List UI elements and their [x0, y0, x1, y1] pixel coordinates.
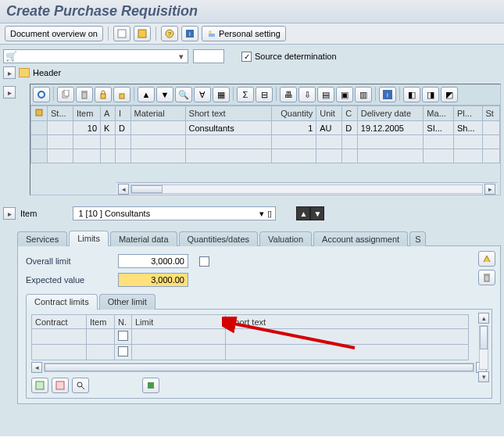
inner-grid-vscrollbar[interactable]: ▴ ▾ — [477, 313, 490, 382]
export-icon[interactable]: ⇩ — [298, 87, 316, 102]
more-2-icon[interactable]: ◨ — [422, 87, 439, 102]
filter-icon[interactable]: ∀ — [194, 87, 211, 102]
doc-number-input[interactable] — [193, 49, 224, 63]
header-expand-button[interactable]: ▸ — [3, 66, 16, 79]
item-selector-input[interactable] — [77, 208, 259, 219]
doc-overview-on-button[interactable]: Document overview on — [5, 26, 103, 41]
details-icon[interactable] — [33, 87, 50, 102]
cell-pl[interactable]: Sh... — [453, 121, 482, 135]
source-determination-checkbox[interactable]: ✓ — [241, 52, 252, 62]
scroll-up-icon[interactable]: ▴ — [478, 313, 489, 324]
services-catalog-button[interactable] — [142, 378, 159, 393]
tab-contract-limits[interactable]: Contract limits — [26, 294, 98, 310]
display-change-button[interactable] — [478, 251, 495, 267]
copy-icon[interactable] — [57, 87, 74, 102]
item-detail-expand-button[interactable]: ▸ — [3, 207, 16, 220]
cell-a[interactable]: K — [101, 121, 116, 135]
col-unit[interactable]: Unit — [316, 106, 342, 121]
expected-value-input[interactable] — [118, 273, 188, 287]
layout-icon[interactable]: ▦ — [213, 87, 230, 102]
lock-icon[interactable] — [95, 87, 112, 102]
table-row[interactable] — [31, 135, 500, 149]
overall-limit-input[interactable] — [118, 254, 188, 268]
table-settings-icon[interactable]: ▥ — [355, 87, 372, 102]
col-short-text[interactable]: Short text — [226, 315, 469, 329]
combo-dropdown-icon[interactable]: ▾ — [259, 209, 264, 219]
col-material[interactable]: Material — [130, 106, 185, 121]
row-selector[interactable] — [31, 149, 48, 163]
cell-item[interactable]: 10 — [73, 121, 100, 135]
cell-status[interactable] — [48, 121, 73, 135]
cell-material[interactable] — [130, 121, 185, 135]
personal-setting-button[interactable]: Personal setting — [202, 26, 286, 41]
combo-dropdown-icon[interactable]: ▾ — [177, 52, 186, 62]
row-selector-header[interactable] — [31, 106, 48, 121]
item-selector-combo[interactable]: ▾ ▯ — [73, 206, 276, 220]
col-a[interactable]: A — [101, 106, 116, 121]
col-pl[interactable]: Pl... — [453, 106, 482, 121]
col-status[interactable]: St... — [48, 106, 73, 121]
col-short-text[interactable]: Short text — [185, 106, 271, 121]
table-row[interactable] — [32, 345, 469, 360]
scroll-left-icon[interactable]: ◂ — [31, 362, 42, 373]
more-1-icon[interactable]: ◧ — [403, 87, 420, 102]
cell-st[interactable] — [482, 121, 500, 135]
find-icon[interactable]: 🔍 — [175, 87, 192, 102]
row-selector[interactable] — [31, 135, 48, 149]
tab-limits[interactable]: Limits — [69, 231, 109, 246]
n-checkbox[interactable] — [118, 346, 128, 356]
sort-desc-icon[interactable]: ▼ — [156, 87, 173, 102]
scroll-left-icon[interactable]: ◂ — [118, 184, 129, 195]
scroll-track[interactable] — [130, 184, 483, 194]
tab-services[interactable]: Services — [17, 231, 67, 246]
scroll-right-icon[interactable]: ▸ — [484, 184, 495, 195]
delete-limit-button[interactable] — [478, 270, 495, 285]
expand-icon[interactable]: ▣ — [336, 87, 353, 102]
scroll-thumb[interactable] — [131, 185, 163, 193]
subtotal-icon[interactable]: ⊟ — [256, 87, 273, 102]
info-toolbar-icon[interactable]: i — [379, 87, 396, 102]
inner-grid-hscrollbar[interactable]: ◂ ▸ — [31, 362, 487, 373]
sort-asc-icon[interactable]: ▲ — [138, 87, 155, 102]
tab-account-assignment[interactable]: Account assignment — [313, 231, 408, 246]
cell-qty[interactable]: 1 — [271, 121, 316, 135]
create-icon[interactable] — [113, 26, 130, 41]
col-st[interactable]: St — [482, 106, 500, 121]
items-expand-button[interactable]: ▸ — [3, 86, 16, 99]
contract-limits-grid[interactable]: Contract Item N. Limit Short text — [31, 314, 487, 360]
next-item-button[interactable]: ▼ — [310, 206, 324, 220]
cell-ma[interactable]: SI... — [424, 121, 454, 135]
item-overview-grid[interactable]: St... Item A I Material Short text Quant… — [30, 106, 500, 163]
col-contract[interactable]: Contract — [32, 315, 87, 329]
col-item[interactable]: Item — [73, 106, 100, 121]
grid-hscrollbar[interactable]: ◂ ▸ — [116, 182, 497, 195]
delete-icon[interactable] — [76, 87, 93, 102]
cell-unit[interactable]: AU — [316, 121, 342, 135]
prev-item-button[interactable]: ▲ — [296, 206, 310, 220]
col-limit[interactable]: Limit — [132, 315, 226, 329]
tab-overflow[interactable]: S — [409, 231, 426, 246]
tab-other-limit[interactable]: Other limit — [99, 294, 155, 310]
save-hold-icon[interactable] — [134, 26, 151, 41]
print-icon[interactable]: 🖶 — [280, 87, 297, 102]
col-ma[interactable]: Ma... — [424, 106, 454, 121]
sum-icon[interactable]: Σ — [237, 87, 254, 102]
cell-i[interactable]: D — [115, 121, 130, 135]
scroll-track[interactable] — [479, 325, 488, 370]
tab-material-data[interactable]: Material data — [110, 231, 177, 246]
info-icon[interactable]: i — [181, 26, 198, 41]
col-i[interactable]: I — [115, 106, 130, 121]
no-limit-checkbox[interactable] — [199, 256, 209, 267]
tab-quantities-dates[interactable]: Quantities/dates — [179, 231, 259, 246]
scroll-track[interactable] — [44, 363, 474, 372]
col-item[interactable]: Item — [87, 315, 115, 329]
find-contract-button[interactable] — [72, 378, 89, 393]
scroll-thumb[interactable] — [480, 326, 488, 349]
unlock-icon[interactable] — [113, 87, 130, 102]
doc-type-input[interactable] — [20, 51, 177, 62]
table-row[interactable]: 10 K D Consultants 1 AU D 19.12.2005 SI.… — [31, 121, 500, 135]
help-icon[interactable]: ? — [161, 26, 178, 41]
col-delivery-date[interactable]: Delivery date — [357, 106, 424, 121]
cell-deliv[interactable]: 19.12.2005 — [357, 121, 424, 135]
scroll-down-icon[interactable]: ▾ — [478, 371, 489, 382]
